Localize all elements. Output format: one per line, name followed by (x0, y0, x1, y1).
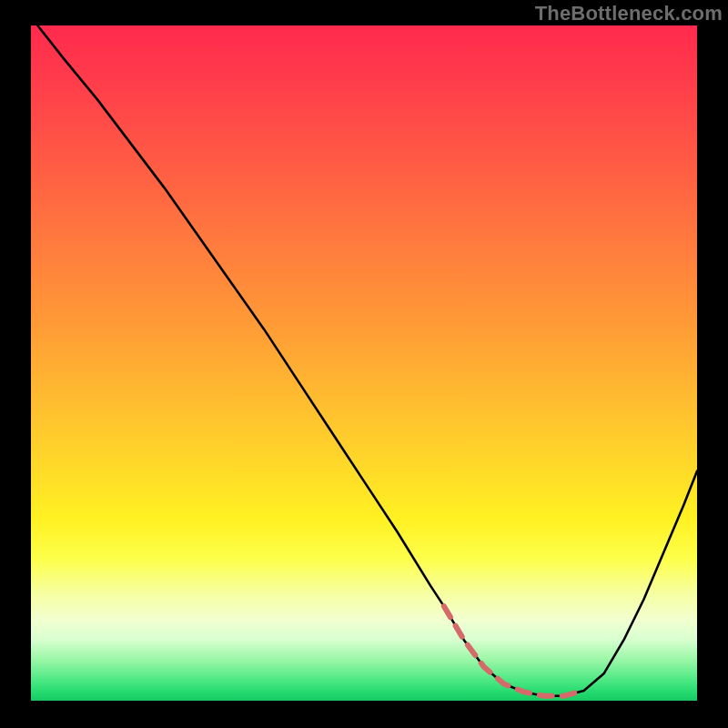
chart-frame: TheBottleneck.com (0, 0, 728, 728)
plot-area (31, 25, 697, 701)
chart-svg (31, 25, 697, 701)
optimal-range-path (444, 606, 584, 696)
bottleneck-curve-path (37, 25, 697, 696)
watermark-text: TheBottleneck.com (535, 2, 723, 25)
